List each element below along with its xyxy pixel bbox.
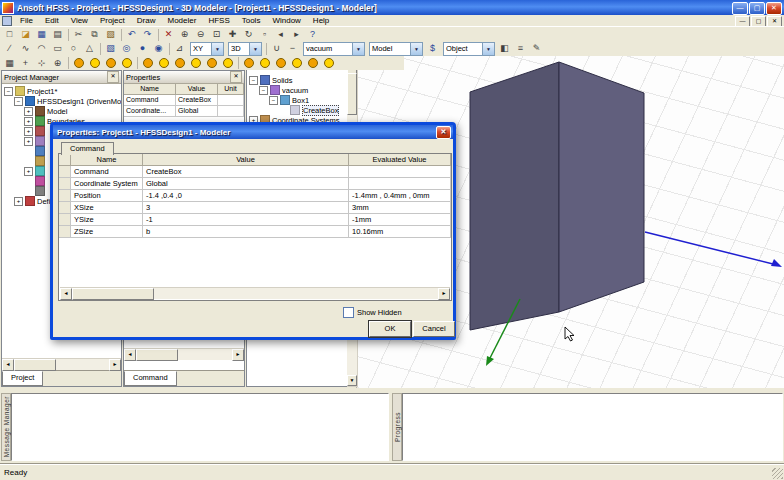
menu-tools[interactable]: Tools: [236, 15, 267, 26]
ok-button[interactable]: OK: [369, 321, 411, 337]
tab-project[interactable]: Project: [2, 371, 43, 386]
plane-tool-icon[interactable]: [119, 57, 134, 70]
undo-icon[interactable]: ↶: [124, 28, 139, 41]
box-3d[interactable]: [470, 62, 644, 330]
tree-item-createbox[interactable]: −CreateBox: [247, 105, 347, 115]
sweep-icon[interactable]: ⊿: [172, 42, 187, 55]
cell-value[interactable]: -1: [143, 214, 349, 226]
scrollbar-thumb[interactable]: [347, 73, 357, 115]
maximize-button[interactable]: ▢: [749, 2, 765, 15]
chevron-down-icon[interactable]: ▼: [249, 43, 261, 55]
menu-hfss[interactable]: HFSS: [202, 15, 235, 26]
zoom-window-icon[interactable]: ⊡: [209, 28, 224, 41]
menu-edit[interactable]: Edit: [39, 15, 65, 26]
plane-tool-icon[interactable]: [103, 57, 118, 70]
fit-all-icon[interactable]: ▫: [257, 28, 272, 41]
plane-tool-icon[interactable]: [87, 57, 102, 70]
cell-value[interactable]: -1.4 ,0.4 ,0: [143, 190, 349, 202]
menu-project[interactable]: Project: [94, 15, 131, 26]
save-icon[interactable]: ▦: [34, 28, 49, 41]
draw-sphere-icon[interactable]: ●: [135, 42, 150, 55]
delete-icon[interactable]: ✕: [161, 28, 176, 41]
close-icon[interactable]: ✕: [107, 71, 119, 83]
zoom-in-icon[interactable]: ⊕: [177, 28, 192, 41]
scrollbar-thumb[interactable]: [14, 359, 56, 371]
draw-line-icon[interactable]: ∕: [2, 42, 17, 55]
material-combo[interactable]: vacuum▼: [303, 42, 365, 56]
resize-grip[interactable]: [772, 468, 783, 479]
show-hidden-checkbox[interactable]: [343, 307, 354, 318]
plane-tool-icon[interactable]: [204, 57, 219, 70]
cell-value[interactable]: b: [143, 226, 349, 238]
progress-strip[interactable]: Progress: [392, 393, 402, 461]
plane-tool-icon[interactable]: [289, 57, 304, 70]
row-selector[interactable]: [59, 166, 71, 178]
new-file-icon[interactable]: □: [2, 28, 17, 41]
menu-window[interactable]: Window: [266, 15, 306, 26]
plane-tool-icon[interactable]: [305, 57, 320, 70]
message-manager-strip[interactable]: Message Manager: [1, 393, 11, 461]
cell-value[interactable]: 3: [143, 202, 349, 214]
draw-polygon-icon[interactable]: △: [82, 42, 97, 55]
dialog-tab-command[interactable]: Command: [61, 142, 114, 155]
tree-expander-icon[interactable]: −: [4, 87, 13, 96]
project-tree-hscrollbar[interactable]: ◄ ►: [2, 358, 121, 370]
row-selector[interactable]: [59, 226, 71, 238]
tree-expander-icon[interactable]: +: [24, 127, 33, 136]
model-type-combo[interactable]: Model▼: [369, 42, 423, 56]
plane-tool-icon[interactable]: [273, 57, 288, 70]
cut-icon[interactable]: ✂: [71, 28, 86, 41]
progress-panel[interactable]: [402, 393, 783, 461]
scrollbar-thumb[interactable]: [136, 349, 178, 361]
plane-tool-icon[interactable]: [156, 57, 171, 70]
tree-expander-icon[interactable]: −: [249, 76, 258, 85]
dialog-hscrollbar[interactable]: ◄ ►: [60, 287, 450, 299]
menu-modeler[interactable]: Modeler: [161, 15, 202, 26]
history-tree-icon[interactable]: ≡: [513, 42, 528, 55]
plane-tool-icon[interactable]: [257, 57, 272, 70]
prev-view-icon[interactable]: ◂: [273, 28, 288, 41]
minimize-button[interactable]: —: [732, 2, 748, 15]
drawing-plane-combo[interactable]: XY▼: [190, 42, 224, 56]
paste-icon[interactable]: ▧: [103, 28, 118, 41]
tree-expander-icon[interactable]: +: [24, 167, 33, 176]
tree-expander-icon[interactable]: −: [269, 96, 278, 105]
draw-torus-icon[interactable]: ◉: [151, 42, 166, 55]
help-mode-icon[interactable]: ?: [305, 28, 320, 41]
properties-cell[interactable]: Global: [176, 106, 218, 117]
edit-properties-icon[interactable]: ✎: [529, 42, 544, 55]
boolean-unite-icon[interactable]: ∪: [269, 42, 284, 55]
row-selector[interactable]: [59, 190, 71, 202]
draw-spline-icon[interactable]: ∿: [18, 42, 33, 55]
menu-help[interactable]: Help: [307, 15, 335, 26]
plane-tool-icon[interactable]: [220, 57, 235, 70]
draw-ellipse-icon[interactable]: ○: [66, 42, 81, 55]
dialog-close-icon[interactable]: ✕: [436, 126, 451, 139]
snap-mode-icon[interactable]: +: [18, 57, 33, 70]
scroll-down-icon[interactable]: ▼: [347, 375, 357, 386]
selection-mode-combo[interactable]: Object▼: [443, 42, 495, 56]
plane-tool-icon[interactable]: [71, 57, 86, 70]
menu-view[interactable]: View: [65, 15, 94, 26]
view-mode-combo[interactable]: 3D▼: [228, 42, 262, 56]
redo-icon[interactable]: ↷: [140, 28, 155, 41]
chevron-down-icon[interactable]: ▼: [410, 43, 422, 55]
tree-item-project1[interactable]: −Project1*: [2, 86, 121, 96]
menu-draw[interactable]: Draw: [131, 15, 162, 26]
plane-tool-icon[interactable]: [140, 57, 155, 70]
plane-tool-icon[interactable]: [172, 57, 187, 70]
scroll-right-icon[interactable]: ►: [232, 349, 244, 361]
row-selector[interactable]: [59, 178, 71, 190]
open-file-icon[interactable]: ◪: [18, 28, 33, 41]
assign-material-icon[interactable]: $: [425, 42, 440, 55]
properties-cell[interactable]: CreateBox: [176, 95, 218, 106]
menu-file[interactable]: File: [14, 15, 39, 26]
chevron-down-icon[interactable]: ▼: [352, 43, 364, 55]
pan-icon[interactable]: ✚: [225, 28, 240, 41]
cell-value[interactable]: Global: [143, 178, 349, 190]
boolean-subtract-icon[interactable]: −: [285, 42, 300, 55]
tree-item-hfssdesign1-drivenmodal[interactable]: −HFSSDesign1 (DrivenModal): [2, 96, 121, 106]
tree-expander-icon[interactable]: −: [14, 97, 23, 106]
cell-value[interactable]: CreateBox: [143, 166, 349, 178]
tree-item-model[interactable]: +Model: [2, 106, 121, 116]
